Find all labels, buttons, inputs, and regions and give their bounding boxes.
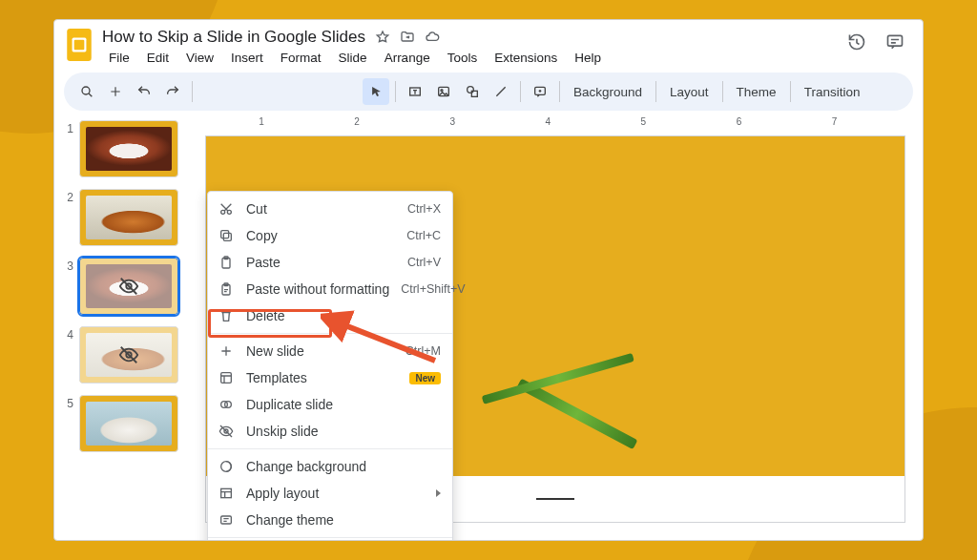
svg-rect-15 <box>223 233 231 240</box>
skipped-overlay-icon <box>80 259 177 314</box>
slide-thumbnail-4[interactable]: 4 <box>64 326 182 384</box>
unskip-icon <box>218 423 235 440</box>
menu-arrange[interactable]: Arrange <box>378 49 437 67</box>
undo-icon[interactable] <box>131 78 157 105</box>
menu-edit[interactable]: Edit <box>140 49 176 67</box>
titlebar: How to Skip a Slide in Google Slides Fil… <box>54 20 923 67</box>
svg-rect-3 <box>888 35 903 46</box>
new-badge: New <box>409 372 441 384</box>
theme-icon <box>218 511 235 529</box>
menu-item-change-theme[interactable]: Change theme <box>208 507 452 533</box>
menu-item-copy[interactable]: CopyCtrl+C <box>208 222 452 249</box>
menu-item-new-slide[interactable]: New slideCtrl+M <box>208 338 452 364</box>
shape-icon[interactable] <box>459 78 486 105</box>
menu-format[interactable]: Format <box>274 49 328 67</box>
slide-thumbnail-5[interactable]: 5 <box>64 395 182 452</box>
svg-rect-27 <box>221 516 232 524</box>
add-comment-icon[interactable] <box>527 78 553 105</box>
menu-item-label: Templates <box>246 370 398 385</box>
menu-file[interactable]: File <box>102 49 136 67</box>
skipped-overlay-icon <box>80 327 177 383</box>
slide-number: 3 <box>64 258 73 273</box>
menu-item-paste-without-formatting[interactable]: Paste without formattingCtrl+Shift+V <box>208 276 452 302</box>
svg-rect-2 <box>74 40 85 51</box>
background-button[interactable]: Background <box>566 81 650 103</box>
bg-icon <box>218 458 235 475</box>
slide-number: 4 <box>64 326 73 342</box>
menu-item-cut[interactable]: CutCtrl+X <box>208 196 452 222</box>
menu-item-label: Change background <box>246 459 441 474</box>
delete-icon <box>218 307 235 324</box>
layout-icon <box>218 485 235 502</box>
history-icon[interactable] <box>846 31 867 52</box>
svg-point-8 <box>468 87 474 93</box>
cut-icon <box>218 200 235 218</box>
cloud-status-icon[interactable] <box>425 30 440 45</box>
menu-item-templates[interactable]: TemplatesNew <box>208 364 452 391</box>
menu-item-label: Paste without formatting <box>246 281 389 297</box>
theme-button[interactable]: Theme <box>729 81 784 103</box>
slide-number: 1 <box>64 120 73 135</box>
line-icon[interactable] <box>488 78 514 105</box>
image-icon[interactable] <box>430 78 457 105</box>
menu-item-label: Delete <box>246 308 441 323</box>
star-icon[interactable] <box>375 30 390 45</box>
menu-shortcut: Ctrl+X <box>407 202 441 216</box>
slides-logo-icon <box>66 28 93 62</box>
svg-rect-21 <box>221 373 232 384</box>
slide-thumbnail-1[interactable]: 1 <box>64 120 182 177</box>
paste-icon <box>218 254 235 271</box>
menu-view[interactable]: View <box>179 49 220 67</box>
slide-context-menu: CutCtrl+XCopyCtrl+CPasteCtrl+VPaste with… <box>207 191 453 540</box>
menu-shortcut: Ctrl+C <box>406 229 441 242</box>
redo-icon[interactable] <box>159 78 186 105</box>
menu-item-label: Duplicate slide <box>246 397 441 412</box>
slide-thumbnail-panel: 1 2 3 4 5 <box>54 111 188 540</box>
menu-shortcut: Ctrl+Shift+V <box>401 282 465 296</box>
menu-item-change-background[interactable]: Change background <box>208 453 452 480</box>
toolbar: Background Layout Theme Transition <box>64 73 913 111</box>
menu-shortcut: Ctrl+M <box>405 344 441 358</box>
menu-slide[interactable]: Slide <box>332 49 374 67</box>
menu-item-unskip-slide[interactable]: Unskip slide <box>208 418 452 445</box>
menu-insert[interactable]: Insert <box>224 49 270 67</box>
cursor-tool-icon[interactable] <box>363 78 389 105</box>
menu-extensions[interactable]: Extensions <box>488 49 564 67</box>
textbox-icon[interactable] <box>402 78 428 105</box>
dup-icon <box>218 396 235 413</box>
transition-button[interactable]: Transition <box>797 81 868 103</box>
search-icon[interactable] <box>73 78 100 105</box>
menu-item-label: Cut <box>246 201 396 217</box>
menu-item-label: Copy <box>246 228 395 243</box>
layout-button[interactable]: Layout <box>662 81 717 103</box>
google-slides-window: How to Skip a Slide in Google Slides Fil… <box>53 19 924 541</box>
menu-item-apply-layout[interactable]: Apply layout <box>208 480 452 507</box>
menu-item-label: Apply layout <box>246 486 441 501</box>
new-slide-icon[interactable] <box>102 78 129 105</box>
document-title[interactable]: How to Skip a Slide in Google Slides <box>102 28 365 47</box>
menu-item-label: Change theme <box>246 512 441 528</box>
plus-icon <box>218 342 235 360</box>
menu-item-label: New slide <box>246 343 394 359</box>
menu-item-delete[interactable]: Delete <box>208 302 452 329</box>
move-to-folder-icon[interactable] <box>400 30 415 45</box>
menu-item-label: Unskip slide <box>246 424 441 439</box>
menubar: File Edit View Insert Format Slide Arran… <box>102 49 837 67</box>
slide-number: 5 <box>64 395 73 410</box>
svg-rect-16 <box>221 231 229 239</box>
slide-thumbnail-2[interactable]: 2 <box>64 189 182 246</box>
comments-icon[interactable] <box>884 31 905 52</box>
slide-thumbnail-3[interactable]: 3 <box>64 258 182 315</box>
svg-rect-26 <box>221 488 232 497</box>
menu-item-label: Paste <box>246 255 396 270</box>
pastewf-icon <box>218 280 235 298</box>
menu-item-paste[interactable]: PasteCtrl+V <box>208 249 452 276</box>
menu-item-duplicate-slide[interactable]: Duplicate slide <box>208 391 452 418</box>
menu-shortcut: Ctrl+V <box>407 256 441 269</box>
menu-help[interactable]: Help <box>568 49 608 67</box>
templates-icon <box>218 369 235 386</box>
copy-icon <box>218 227 235 244</box>
svg-point-4 <box>82 87 90 94</box>
slide-number: 2 <box>64 189 73 204</box>
menu-tools[interactable]: Tools <box>441 49 485 67</box>
